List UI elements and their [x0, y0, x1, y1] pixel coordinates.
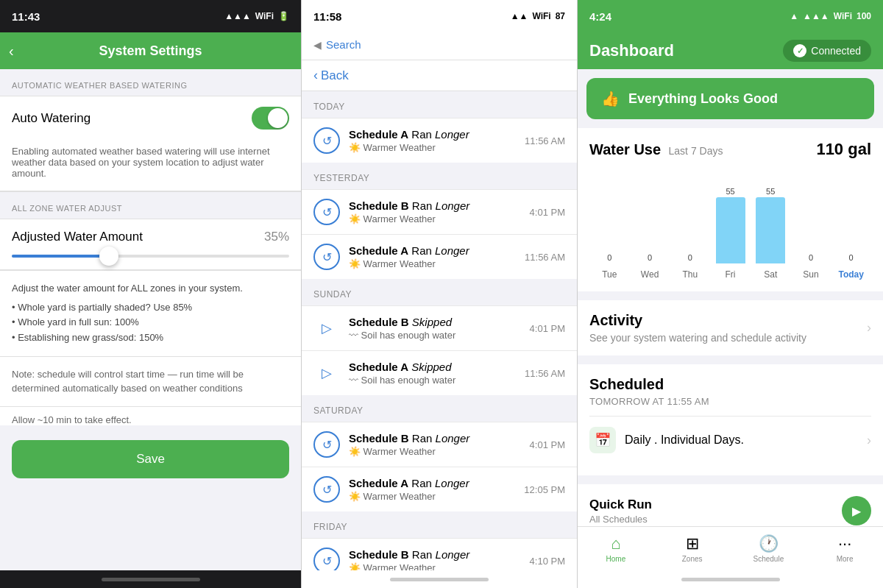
list-item[interactable]: ↺ Schedule A Ran Longer ☀️ Warmer Weathe… [302, 118, 577, 163]
chart-label-sat: Sat [751, 266, 791, 280]
activity-chevron-icon: › [867, 320, 871, 336]
scheduled-item-text: Daily . Individual Days. [625, 433, 744, 447]
time-p3: 4:24 [589, 10, 611, 23]
list-item[interactable]: ↺ Schedule A Ran Longer ☀️ Warmer Weathe… [302, 234, 577, 279]
chart-label-thu: Thu [670, 266, 710, 280]
connected-label: Connected [811, 45, 861, 57]
chart-labels: Tue Wed Thu Fri Sat Sun Today [589, 266, 871, 280]
schedule-ran-icon: ↺ [313, 127, 340, 154]
signal-icon-p2: ▲▲ [511, 11, 528, 21]
chart-value-wed: 0 [648, 253, 652, 262]
water-adjust-slider-container [0, 255, 301, 270]
schedule-subtitle: 〰 Soil has enough water [349, 330, 521, 341]
battery-icon-p2: 87 [556, 11, 565, 21]
schedule-time: 4:10 PM [530, 556, 565, 567]
water-use-title-group: Water Use Last 7 Days [589, 141, 723, 158]
status-bar-p1: 11:43 ▲▲▲ WiFi 🔋 [0, 0, 301, 32]
activity-card[interactable]: Activity See your system watering and sc… [578, 300, 883, 355]
schedule-time: 4:01 PM [530, 207, 565, 218]
list-item[interactable]: ↺ Schedule B Ran Longer ☀️ Warmer Weathe… [302, 538, 577, 570]
chart-bar-sat [756, 197, 785, 263]
home-bar-p3 [681, 578, 780, 581]
back-chevron-icon: ‹ [9, 43, 14, 60]
save-button[interactable]: Save [12, 440, 289, 478]
tips-section: Adjust the water amount for ALL zones in… [0, 270, 301, 357]
water-adjust-pct: 35% [264, 230, 289, 244]
calendar-icon: 📅 [589, 427, 616, 453]
home-tab-label: Home [606, 555, 626, 563]
scheduled-item[interactable]: 📅 Daily . Individual Days. › [589, 416, 871, 464]
time-p1: 11:43 [12, 10, 40, 23]
schedule-info: Schedule B Ran Longer ☀️ Warmer Weather [349, 432, 521, 457]
tab-more[interactable]: ··· More [806, 528, 883, 569]
chart-value-today: 0 [849, 253, 854, 262]
water-use-total: 110 gal [816, 140, 871, 159]
chart-label-tue: Tue [589, 266, 630, 280]
tab-schedule[interactable]: 🕐 Schedule [731, 528, 807, 569]
schedule-subtitle: ☀️ Warmer Weather [349, 491, 515, 502]
tip1: • Whole yard is partially shaded? Use 85… [12, 300, 289, 316]
home-bar-p2 [390, 578, 489, 581]
home-indicator-p3 [578, 570, 883, 588]
list-item[interactable]: ▷ Schedule B Skipped 〰 Soil has enough w… [302, 305, 577, 350]
back-label-p2: Back [321, 68, 349, 83]
location-icon: ▲ [790, 11, 798, 21]
water-adjust-row: Adjusted Water Amount 35% [0, 219, 301, 255]
wifi-icon-p2: WiFi [532, 11, 550, 21]
search-icon: ◀ [313, 39, 322, 51]
panel-schedule-history: 11:58 ▲▲ WiFi 87 ◀ Search ‹ Back TODAY ↺… [302, 0, 578, 588]
list-item[interactable]: ▷ Schedule A Skipped 〰 Soil has enough w… [302, 350, 577, 395]
list-item[interactable]: ↺ Schedule A Ran Longer ☀️ Warmer Weathe… [302, 467, 577, 511]
auto-watering-toggle[interactable] [252, 107, 289, 130]
quick-run-play-button[interactable]: ▶ [842, 496, 871, 525]
chart-bar-wrapper: 55 [710, 168, 751, 263]
schedule-time: 11:56 AM [525, 135, 565, 146]
schedule-subtitle: 〰 Soil has enough water [349, 375, 516, 386]
slider-track[interactable] [12, 255, 289, 258]
time-p2: 11:58 [313, 10, 341, 23]
search-text[interactable]: Search [326, 38, 361, 51]
back-nav-p2[interactable]: ‹ Back [302, 60, 577, 91]
banner-text: Everything Looks Good [628, 91, 778, 107]
slider-thumb[interactable] [99, 247, 118, 266]
home-bar-p1 [102, 578, 200, 581]
quick-run-info: Quick Run All Schedules [589, 497, 652, 525]
back-button-p1[interactable]: ‹ [9, 43, 14, 60]
wifi-icon-p3: WiFi [834, 11, 852, 21]
schedule-title: Schedule B Ran Longer [349, 548, 521, 561]
chart-bar-wrapper: 0 [589, 168, 630, 263]
status-icons-p1: ▲▲▲ WiFi 🔋 [224, 11, 289, 21]
chart-value-thu: 0 [688, 253, 692, 262]
schedule-subtitle: ☀️ Warmer Weather [349, 142, 516, 153]
schedule-time: 4:01 PM [530, 439, 565, 450]
effect-note: Allow ~10 min to take effect. [0, 407, 301, 425]
zones-tab-label: Zones [682, 555, 703, 563]
chart-label-today: Today [831, 266, 871, 280]
chart-col-sat: 55 [751, 168, 791, 263]
more-tab-label: More [837, 555, 854, 563]
schedule-subtitle: ☀️ Warmer Weather [349, 562, 521, 570]
chart-value-fri: 55 [726, 187, 734, 196]
schedule-ran-icon: ↺ [313, 548, 340, 570]
schedule-time: 11:56 AM [525, 368, 565, 379]
list-item[interactable]: ↺ Schedule B Ran Longer ☀️ Warmer Weathe… [302, 189, 577, 234]
tab-home[interactable]: ⌂ Home [578, 528, 654, 569]
list-item[interactable]: ↺ Schedule B Ran Longer ☀️ Warmer Weathe… [302, 422, 577, 467]
more-tab-icon: ··· [838, 534, 851, 553]
schedule-info: Schedule A Ran Longer ☀️ Warmer Weather [349, 477, 515, 502]
activity-subtitle: See your system watering and schedule ac… [589, 332, 806, 344]
all-zone-section-header: ALL ZONE WATER ADJUST [0, 192, 301, 219]
schedule-note: Note: schedule will control start time —… [0, 357, 301, 407]
schedule-title: Schedule A Ran Longer [349, 477, 515, 489]
schedule-subtitle: ☀️ Warmer Weather [349, 213, 521, 224]
tab-bar: ⌂ Home ⊞ Zones 🕐 Schedule ··· More [578, 526, 883, 570]
schedule-title: Schedule B Ran Longer [349, 199, 521, 212]
schedule-info: Schedule B Skipped 〰 Soil has enough wat… [349, 316, 521, 341]
battery-icon-p3: 100 [857, 11, 871, 21]
chart-value-sun: 0 [809, 253, 813, 262]
tips-main: Adjust the water amount for ALL zones in… [12, 281, 289, 296]
schedule-info: Schedule A Skipped 〰 Soil has enough wat… [349, 361, 516, 386]
panel-dashboard: 4:24 ▲ ▲▲▲ WiFi 100 Dashboard ✓ Connecte… [578, 0, 883, 588]
auto-watering-label: Auto Watering [12, 111, 91, 126]
tab-zones[interactable]: ⊞ Zones [654, 528, 731, 569]
